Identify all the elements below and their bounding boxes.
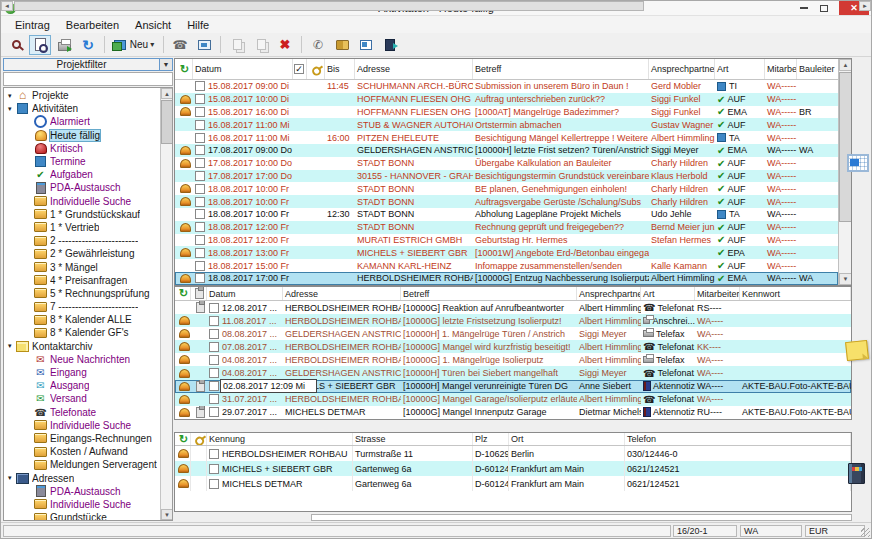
tree-item[interactable]: Versand	[4, 392, 160, 405]
tree-item[interactable]: 2 * Gewährleistung	[4, 247, 160, 260]
tree-item[interactable]: 4 * Preisanfragen	[4, 274, 160, 287]
row-checkbox[interactable]	[209, 329, 219, 339]
screen-message-button[interactable]	[193, 35, 215, 55]
tree-item[interactable]: Eingang	[4, 366, 160, 379]
tree-item[interactable]: 2 ------------------------	[4, 234, 160, 247]
tree-item[interactable]: Eingangs-Rechnungen	[4, 432, 160, 445]
date-edit-box[interactable]: 02.08.2017 12:09 Mi	[220, 379, 317, 393]
row-checkbox[interactable]	[195, 145, 205, 155]
row-checkbox[interactable]	[195, 197, 205, 207]
tree-item[interactable]: PDA-Austausch	[4, 181, 160, 194]
menu-item-ansicht[interactable]: Ansicht	[127, 18, 179, 32]
row-checkbox[interactable]	[209, 316, 219, 326]
contact-button[interactable]: ✆	[307, 35, 329, 55]
table-row[interactable]: 16.08.2017 11:00 Mi16:00PITZEN EHELEUTEB…	[175, 131, 838, 144]
scroll-up-icon[interactable]: ▲	[839, 59, 852, 71]
row-checkbox[interactable]	[195, 171, 205, 181]
tree-item[interactable]: 5 * Rechnungsprüfung	[4, 287, 160, 300]
table-row[interactable]: 02.08.2017 12:09 MiMICHELS + SIEBERT GBR…	[175, 380, 851, 393]
tree-expander-icon[interactable]: ▾	[8, 474, 16, 482]
row-checkbox[interactable]	[195, 158, 205, 168]
table-row[interactable]: 18.08.2017 12:00 FrSTADT BONNRechnung ge…	[175, 221, 838, 234]
tree-item[interactable]: Heute fällig	[4, 129, 160, 142]
table-row[interactable]: MICHELS DETMARGartenweg 6aD-60124Frankfu…	[175, 476, 851, 491]
tree-item[interactable]: ▾Kontaktarchiv	[4, 340, 160, 353]
tree-scroll-thumb[interactable]	[161, 100, 173, 144]
tree-item[interactable]: Grundstücke	[4, 511, 160, 520]
tree-item[interactable]: ▾Aktivitäten	[4, 102, 160, 115]
project-filter-combo[interactable]: Projektfilter ▼	[3, 58, 173, 71]
row-checkbox[interactable]	[195, 273, 205, 283]
row-checkbox[interactable]	[195, 184, 205, 194]
column-header-datum[interactable]: Datum	[193, 59, 293, 79]
row-checkbox[interactable]	[209, 394, 219, 404]
scroll-down-icon[interactable]: ▼	[161, 509, 173, 520]
tree-item[interactable]: 8 * Kalender GF's	[4, 326, 160, 339]
table-row[interactable]: 18.08.2017 17:00 FrHERBOLDSHEIMER ROHBAU…	[175, 272, 838, 285]
tree-item[interactable]: Ausgang	[4, 379, 160, 392]
table-row[interactable]: 31.07.2017 ...HERBOLDSHEIMER ROHBAU[1000…	[175, 393, 851, 406]
column-header-art[interactable]: Art	[715, 59, 765, 79]
table-row[interactable]: MICHELS + SIEBERT GBRGartenweg 6aD-60124…	[175, 461, 851, 476]
column-header-ansprechpartner[interactable]: Ansprechpartner	[577, 287, 641, 300]
tree-item[interactable]: Neue Nachrichten	[4, 353, 160, 366]
table-row[interactable]: 18.08.2017 12:00 FrMURATI ESTRICH GMBHGe…	[175, 234, 838, 247]
menu-item-hilfe[interactable]: Hilfe	[179, 18, 217, 32]
column-header-mitarbeiter[interactable]: Mitarbeiter	[695, 287, 740, 300]
column-header-bis[interactable]: Bis	[325, 59, 355, 79]
table-row[interactable]: 04.08.2017 ...HERBOLDSHEIMER ROHBAU[1000…	[175, 353, 851, 366]
table-row[interactable]: 18.08.2017 13:00 FrMICHELS + SIEBERT GBR…	[175, 246, 838, 259]
preview-button[interactable]	[29, 35, 51, 55]
scroll-thumb[interactable]	[14, 1, 644, 11]
column-header-datum[interactable]: Datum	[207, 287, 283, 300]
catalog-button[interactable]	[331, 35, 353, 55]
table-row[interactable]: 17.08.2017 10:00 DoSTADT BONNÜbergabe Ka…	[175, 157, 838, 170]
print-button[interactable]	[53, 35, 75, 55]
row-checkbox[interactable]	[209, 303, 219, 313]
column-header-adresse[interactable]: Adresse	[283, 287, 401, 300]
row-checkbox[interactable]	[195, 81, 205, 91]
table-row[interactable]: 17.08.2017 09:00 DoGELDERSHAGEN ANSTRICH…	[175, 144, 838, 157]
table-row[interactable]: 17.08.2017 17:00 Do30155 - HANNOVER - GR…	[175, 170, 838, 183]
archive-tool-icon[interactable]	[848, 463, 865, 484]
refresh-icon[interactable]: ↻	[180, 63, 189, 76]
tree-item[interactable]: Termine	[4, 155, 160, 168]
column-header-betreff[interactable]: Betreff	[401, 287, 577, 300]
tree-item[interactable]: Individuelle Suche	[4, 195, 160, 208]
table-row[interactable]: 07.08.2017 ...HERBOLDSHEIMER ROHBAU[1000…	[175, 340, 851, 353]
row-checkbox[interactable]	[209, 464, 219, 474]
note-tool-icon[interactable]	[845, 340, 869, 361]
tree-item[interactable]: Telefonate	[4, 406, 160, 419]
row-checkbox[interactable]	[209, 381, 219, 391]
row-checkbox[interactable]	[209, 355, 219, 365]
scroll-left-icon[interactable]: ◄	[1, 1, 13, 11]
tree-item[interactable]: Individuelle Suche	[4, 419, 160, 432]
tree-item[interactable]: 8 * Kalender ALLE	[4, 313, 160, 326]
column-header-telefon[interactable]: Telefon	[625, 433, 851, 445]
table-row[interactable]: 18.08.2017 10:00 Fr12:30STADT BONNAbholu…	[175, 208, 838, 221]
column-header-ort[interactable]: Ort	[509, 433, 625, 445]
table-row[interactable]: 29.07.2017 ...MICHELS DETMAR[10000G] Man…	[175, 406, 851, 419]
tree-item[interactable]: ▾Adressen	[4, 471, 160, 484]
scroll-down-icon[interactable]: ▼	[839, 273, 852, 285]
refresh-button[interactable]: ↻	[77, 35, 99, 55]
row-checkbox[interactable]	[195, 248, 205, 258]
row-checkbox[interactable]	[195, 94, 205, 104]
menu-item-bearbeiten[interactable]: Bearbeiten	[58, 18, 127, 32]
column-header-kennwort[interactable]: Kennwort	[740, 287, 851, 300]
row-checkbox[interactable]	[195, 120, 205, 130]
paste-button[interactable]	[250, 35, 272, 55]
row-checkbox[interactable]	[209, 342, 219, 352]
table-row[interactable]: 18.08.2017 15:00 FrKAMANN KARL-HEINZInfo…	[175, 259, 838, 272]
row-checkbox[interactable]	[195, 133, 205, 143]
tree-item[interactable]: PDA-Austausch	[4, 485, 160, 498]
tree-item[interactable]: Meldungen Serveragent	[4, 458, 160, 471]
tree-item[interactable]: Kosten / Aufwand	[4, 445, 160, 458]
scroll-right-icon[interactable]: ►	[859, 1, 871, 11]
table-row[interactable]: 15.08.2017 16:00 DiHOFFMANN FLIESEN OHG[…	[175, 106, 838, 119]
new-button[interactable]: Neu ▾	[110, 35, 158, 55]
row-checkbox[interactable]	[195, 261, 205, 271]
tree-item[interactable]: 7 ------------------------	[4, 300, 160, 313]
column-header-art[interactable]: Art	[641, 287, 695, 300]
table-row[interactable]: HERBOLDSHEIMER ROHBAUTurmstraße 11D-1062…	[175, 446, 851, 461]
